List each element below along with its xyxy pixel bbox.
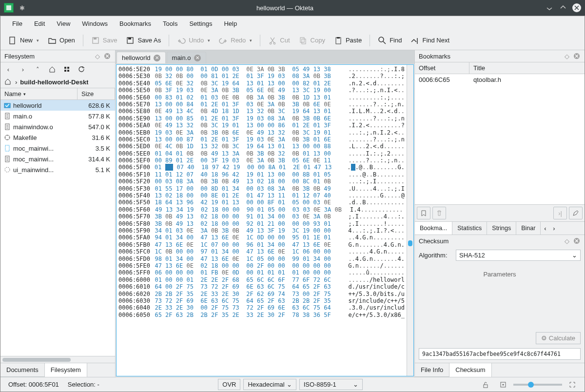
hex-line[interactable]: 0006:5E90 13 00 00 85 01 2E 01 3F 19 03 … bbox=[118, 115, 405, 122]
menu-view[interactable]: View bbox=[51, 18, 76, 29]
nav-forward-icon[interactable]: › bbox=[18, 64, 28, 74]
findnext-button[interactable]: Find Next bbox=[407, 34, 453, 47]
hex-line[interactable]: 0006:5E40 05 6E 0E 32 0B 3C 19 64 13 01 … bbox=[118, 80, 405, 87]
diamond-icon[interactable]: ◇ bbox=[563, 237, 571, 245]
file-row[interactable]: helloworld628.6 K bbox=[0, 100, 115, 111]
file-row[interactable]: mainwindow.o547.0 K bbox=[0, 121, 115, 132]
file-row[interactable]: Makefile31.6 K bbox=[0, 132, 115, 143]
doc-tab-main-o[interactable]: main.o✕ bbox=[167, 52, 206, 63]
file-row[interactable]: ui_mainwind...5.1 K bbox=[0, 164, 115, 175]
bookmark-edit-button[interactable] bbox=[569, 207, 583, 219]
menu-settings[interactable]: Settings bbox=[183, 18, 218, 29]
checksum-output[interactable]: 9ac1347bad55167acbefbee95ce9f4c8c67f4476… bbox=[419, 348, 581, 360]
col-name[interactable]: Name ▾ bbox=[0, 88, 78, 99]
paste-button[interactable]: Paste bbox=[330, 34, 366, 47]
grid-icon[interactable] bbox=[62, 64, 72, 74]
file-row[interactable]: main.o577.8 K bbox=[0, 111, 115, 121]
tab-binary[interactable]: Binar bbox=[516, 222, 541, 235]
hex-line[interactable]: 0006:6030 73 72 2F 69 6E 63 6C 75 64 65 … bbox=[118, 297, 405, 304]
vertical-scrollbar[interactable] bbox=[407, 65, 413, 376]
hex-line[interactable]: 0006:5FB0 47 13 6E 0E 1C 07 00 00 96 01 … bbox=[118, 241, 405, 248]
menu-windows[interactable]: Windows bbox=[76, 18, 114, 29]
col-size[interactable]: Size bbox=[78, 88, 115, 99]
tab-strings[interactable]: Strings bbox=[487, 222, 516, 235]
panel-close-icon[interactable] bbox=[573, 52, 581, 60]
hex-line[interactable]: 0006:5FF0 06 00 00 00 01 FB 0E 0D 00 01 … bbox=[118, 269, 405, 276]
hex-line[interactable]: 0006:5F90 34 01 03 0E 3A 0B 3B 0B 49 13 … bbox=[118, 227, 405, 234]
tab-statistics[interactable]: Statistics bbox=[452, 222, 487, 235]
nav-up-icon[interactable]: ˄ bbox=[33, 64, 42, 74]
saveas-button[interactable]: Save As bbox=[122, 34, 165, 47]
radix-select[interactable]: Hexadecimal ⌄ bbox=[243, 379, 296, 390]
new-button[interactable]: New▾ bbox=[4, 34, 43, 47]
bookmark-row[interactable]: 0006:6C65 qtoolbar.h bbox=[415, 74, 585, 85]
hex-line[interactable]: 0006:5F20 00 03 08 3A 0B 3B 0B 49 13 02 … bbox=[118, 178, 405, 185]
refresh-icon[interactable] bbox=[77, 64, 86, 74]
minimize-button[interactable] bbox=[545, 3, 554, 12]
panel-close-icon[interactable] bbox=[573, 237, 581, 245]
file-row[interactable]: moc_mainwi...314.4 K bbox=[0, 154, 115, 164]
hex-line[interactable]: 0006:5F80 3B 0B 49 13 02 18 00 00 92 01 … bbox=[118, 220, 405, 227]
hex-line[interactable]: 0006:5FC0 1C 0B 00 00 97 01 34 00 47 13 … bbox=[118, 248, 405, 255]
hex-line[interactable]: 0006:5E70 13 00 00 84 01 2E 01 3F 03 0E … bbox=[118, 101, 405, 108]
open-button[interactable]: Open bbox=[44, 34, 79, 47]
bookmark-delete-button[interactable] bbox=[432, 207, 446, 219]
nav-back-icon[interactable]: ‹ bbox=[3, 64, 13, 74]
hex-line[interactable]: 0006:5E20 19 00 00 80 01 0D 00 03 0E 3A … bbox=[118, 66, 405, 73]
home-path-icon[interactable] bbox=[4, 78, 12, 86]
hex-line[interactable]: 0006:5EA0 0E 49 13 32 0B 3C 19 01 13 00 … bbox=[118, 122, 405, 129]
diamond-icon[interactable]: ◇ bbox=[563, 52, 571, 60]
tabs-prev-icon[interactable]: ‹ bbox=[541, 222, 549, 235]
hex-line[interactable]: 0006:5E50 0B 3F 19 03 0E 3A 0B 3B 05 6E … bbox=[118, 87, 405, 94]
hex-line[interactable]: 0006:5F60 49 13 34 19 02 18 00 00 90 01 … bbox=[118, 206, 405, 213]
zoom-slider[interactable] bbox=[513, 384, 562, 386]
close-button[interactable] bbox=[572, 3, 581, 12]
panel-close-icon[interactable] bbox=[103, 52, 111, 60]
breadcrumb[interactable]: build-helloworld-Deskt bbox=[20, 78, 88, 86]
hex-line[interactable]: 0006:5ED0 0E 4C 0B 1D 13 32 0B 3C 19 64 … bbox=[118, 143, 405, 150]
horizontal-scrollbar[interactable] bbox=[0, 356, 115, 363]
encoding-select[interactable]: ISO-8859-1⌄ bbox=[299, 379, 363, 390]
hex-line[interactable]: 0006:5EB0 19 03 0E 3A 0B 3B 0B 6E 0E 49 … bbox=[118, 129, 405, 136]
tab-documents[interactable]: Documents bbox=[0, 363, 45, 377]
home-icon[interactable] bbox=[47, 64, 57, 74]
col-title[interactable]: Title bbox=[469, 62, 585, 74]
lock-icon[interactable] bbox=[478, 380, 493, 390]
menu-bookmarks[interactable]: Bookmarks bbox=[114, 18, 157, 29]
tab-bookmarks[interactable]: Bookma... bbox=[415, 222, 452, 235]
hex-line[interactable]: 0006:6020 2B 2B 2F 35 2E 33 2E 30 2F 62 … bbox=[118, 291, 405, 297]
hex-line[interactable]: 0006:6000 01 00 00 01 2E 2E 2F 68 65 6C … bbox=[118, 276, 405, 283]
hex-line[interactable]: 0006:5F50 18 64 13 96 42 19 01 13 00 00 … bbox=[118, 199, 405, 206]
tab-fileinfo[interactable]: File Info bbox=[415, 363, 449, 377]
hex-line[interactable]: 0006:6040 2E 33 2E 30 00 2F 75 73 72 2F … bbox=[118, 304, 405, 311]
hex-line[interactable]: 0006:6010 64 00 2F 75 73 72 2F 69 6E 63 … bbox=[118, 283, 405, 290]
chevron-down-icon[interactable]: ▾ bbox=[37, 38, 39, 43]
bookmark-goto-button[interactable]: ›| bbox=[553, 207, 567, 219]
hex-line[interactable]: 0006:5EC0 13 00 00 87 01 2E 01 3F 19 03 … bbox=[118, 136, 405, 143]
menu-file[interactable]: File bbox=[6, 18, 28, 29]
menu-help[interactable]: Help bbox=[218, 18, 243, 29]
hex-line[interactable]: 0006:5E30 0B 32 0B 00 00 81 01 2E 01 3F … bbox=[118, 73, 405, 79]
hex-line[interactable]: 0006:5F70 3B 0B 49 13 02 18 00 00 91 01 … bbox=[118, 213, 405, 220]
algorithm-select[interactable]: SHA-512⌄ bbox=[456, 250, 581, 261]
calculate-button[interactable]: ⚙Calculate bbox=[536, 332, 581, 344]
col-offset[interactable]: Offset bbox=[415, 62, 469, 74]
hex-line[interactable]: 0006:6050 65 2F 63 2B 2B 2F 35 2E 33 2E … bbox=[118, 312, 405, 318]
hex-line[interactable]: 0006:5EE0 01 04 01 0B 0B 49 13 3A 0B 3B … bbox=[118, 150, 405, 157]
hex-line[interactable]: 0006:5E80 0E 49 13 4C 0B 4D 18 1D 13 32 … bbox=[118, 108, 405, 115]
hex-line[interactable]: 0006:5F40 13 02 18 00 00 8E 01 2E 01 47 … bbox=[118, 192, 405, 199]
file-row[interactable]: moc_mainwi...3.5 K bbox=[0, 143, 115, 154]
filesystem-list[interactable]: helloworld628.6 Kmain.o577.8 Kmainwindow… bbox=[0, 100, 115, 356]
tab-close-icon[interactable]: ✕ bbox=[194, 55, 201, 61]
pin-icon[interactable]: ✱ bbox=[20, 4, 25, 12]
hex-line[interactable]: 0006:5FA0 94 01 34 00 47 13 6E 0E 1C 0D … bbox=[118, 234, 405, 241]
fit-icon[interactable] bbox=[496, 380, 510, 390]
ovr-toggle[interactable]: OVR bbox=[218, 379, 240, 390]
hex-line[interactable]: 0006:5EF0 00 89 01 2E 00 3F 19 03 0E 3A … bbox=[118, 157, 405, 164]
bookmark-add-button[interactable] bbox=[417, 207, 430, 219]
menu-edit[interactable]: Edit bbox=[28, 18, 51, 29]
find-button[interactable]: Find bbox=[374, 34, 406, 47]
tabs-next-icon[interactable]: › bbox=[549, 222, 558, 235]
hex-line[interactable]: 0006:5FD0 98 01 34 00 47 13 6E 0E 1C 05 … bbox=[118, 255, 405, 262]
hex-line[interactable]: 0006:5F00 01 07 40 18 97 42 19 00 00 8A … bbox=[118, 164, 405, 171]
